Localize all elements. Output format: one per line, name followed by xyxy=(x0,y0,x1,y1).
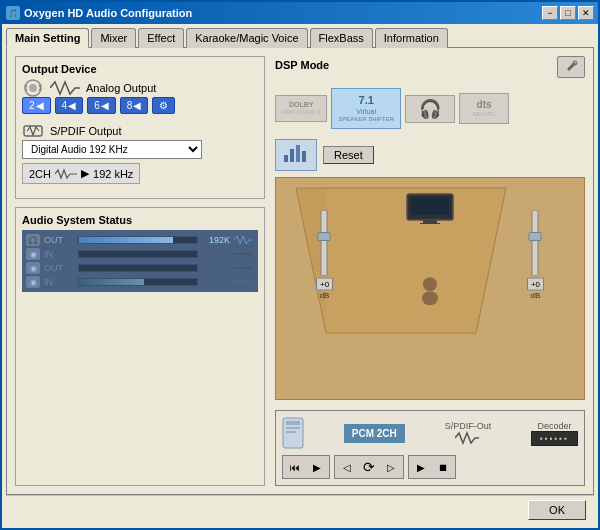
spdif-output-label: S/PDIF Output xyxy=(50,125,122,137)
status-icon-4: ◉ xyxy=(26,276,40,288)
status-bar-2 xyxy=(78,250,198,258)
svg-rect-21 xyxy=(532,211,538,276)
dsp-headphone-button[interactable]: 🎧 xyxy=(405,95,455,123)
status-row-1: 🎧 OUT 192K xyxy=(26,234,254,246)
spdif-freq-value: 192 kHz xyxy=(93,168,133,180)
spdif-out-section: S/PDIF-Out xyxy=(445,421,492,445)
reset-button[interactable]: Reset xyxy=(323,146,374,164)
svg-rect-19 xyxy=(321,211,327,276)
status-grid: 🎧 OUT 192K xyxy=(22,230,258,292)
dsp-mode-buttons: DOLBY PRO LOGIC II 7.1 Virtual SPEAKER S… xyxy=(275,88,585,129)
status-bar-4 xyxy=(78,278,198,286)
status-wave-4 xyxy=(234,276,254,288)
spdif-header: S/PDIF Output xyxy=(22,122,258,140)
close-button[interactable]: ✕ xyxy=(578,6,594,20)
right-db-label: dB xyxy=(527,291,544,300)
dsp-dolby-button[interactable]: DOLBY PRO LOGIC II xyxy=(275,95,327,122)
spdif-format: 2CH xyxy=(29,168,51,180)
monitor-icon xyxy=(405,192,455,224)
tab-information[interactable]: Information xyxy=(375,28,448,48)
svg-rect-7 xyxy=(290,149,294,162)
status-icon-3: ◉ xyxy=(26,262,40,274)
svg-rect-15 xyxy=(423,220,437,223)
wave-icon xyxy=(50,79,80,97)
monitor-display xyxy=(405,192,455,226)
status-bar-3 xyxy=(78,264,198,272)
content-area: Main Setting Mixer Effect Karaoke/Magic … xyxy=(2,24,598,528)
right-volume-slider[interactable]: +0 dB xyxy=(527,211,544,300)
status-bar-fill-4 xyxy=(79,279,144,285)
transport-controls: ⏮ ▶ ◁ ⟳ ▷ ▶ ⏹ xyxy=(282,455,578,479)
dsp-dts-button[interactable]: dts NEO:PC xyxy=(459,93,509,124)
equalizer-button[interactable] xyxy=(275,139,317,171)
left-db-label: dB xyxy=(316,291,333,300)
output-device-label: Output Device xyxy=(22,63,258,75)
status-label-3: OUT xyxy=(44,263,74,273)
tab-mixer[interactable]: Mixer xyxy=(91,28,136,48)
analog-output-section: Analog Output 2 ◀ 4 ◀ 6 ◀ xyxy=(22,79,258,114)
analog-header: Analog Output xyxy=(22,79,258,97)
tab-flexbass[interactable]: FlexBass xyxy=(310,28,373,48)
svg-point-1 xyxy=(29,84,37,92)
channel-buttons: 2 ◀ 4 ◀ 6 ◀ 8 ◀ ⚙ xyxy=(22,97,258,114)
pcm-icon xyxy=(282,417,304,449)
svg-rect-16 xyxy=(420,223,440,224)
footer: OK xyxy=(6,495,594,524)
channel-2-button[interactable]: 2 ◀ xyxy=(22,97,51,114)
speaker-diagram: +0 dB +0 dB xyxy=(275,177,585,400)
status-row-3: ◉ OUT xyxy=(26,262,254,274)
play-button[interactable]: ▶ xyxy=(307,458,327,476)
spdif-frequency-select[interactable]: Digital Audio 192 KHz Digital Audio 96 K… xyxy=(22,140,202,159)
svg-point-17 xyxy=(423,277,437,291)
status-icon-2: ◉ xyxy=(26,248,40,260)
stop-button[interactable]: ⏹ xyxy=(433,458,453,476)
play2-button[interactable]: ▶ xyxy=(411,458,431,476)
tab-effect[interactable]: Effect xyxy=(138,28,184,48)
channel-4-button[interactable]: 4 ◀ xyxy=(55,97,84,114)
listener-icon xyxy=(415,276,445,308)
pcm-label: PCM 2CH xyxy=(344,424,405,443)
decoder-section: Decoder ▪▪▪▪▪▪ xyxy=(531,421,578,446)
dsp-settings-button[interactable] xyxy=(557,56,585,78)
analog-settings-button[interactable]: ⚙ xyxy=(152,97,175,114)
arrow-right-button[interactable]: ⟳ xyxy=(359,458,379,476)
eq-controls: Reset xyxy=(275,139,585,171)
right-vol-label: +0 xyxy=(527,278,544,291)
audio-status-section: Audio System Status 🎧 OUT 192K xyxy=(15,207,265,486)
spdif-freq-display: 2CH ▶ 192 kHz xyxy=(22,163,140,184)
eq-bars-icon xyxy=(282,143,310,163)
tab-main-setting[interactable]: Main Setting xyxy=(6,28,89,48)
right-panel: DSP Mode DOLBY PRO LOGIC II xyxy=(275,56,585,486)
wrench-icon xyxy=(564,60,578,74)
svg-rect-8 xyxy=(296,145,300,162)
prev-button[interactable]: ◁ xyxy=(337,458,357,476)
left-volume-slider[interactable]: +0 dB xyxy=(316,211,333,300)
next-button[interactable]: ▷ xyxy=(381,458,401,476)
decoder-label: Decoder xyxy=(537,421,571,431)
svg-rect-25 xyxy=(286,427,300,429)
svg-rect-14 xyxy=(411,197,449,215)
ok-button[interactable]: OK xyxy=(528,500,586,520)
status-label-4: IN xyxy=(44,277,74,287)
channel-6-button[interactable]: 6 ◀ xyxy=(87,97,116,114)
minimize-button[interactable]: − xyxy=(542,6,558,20)
status-label-1: OUT xyxy=(44,235,74,245)
status-val-1: 192K xyxy=(202,235,230,245)
maximize-button[interactable]: □ xyxy=(560,6,576,20)
speaker-icon xyxy=(22,79,44,97)
tab-karaoke[interactable]: Karaoke/Magic Voice xyxy=(186,28,307,48)
status-row-2: ◉ IN xyxy=(26,248,254,260)
rewind-button[interactable]: ⏮ xyxy=(285,458,305,476)
spdif-out-label: S/PDIF-Out xyxy=(445,421,492,431)
audio-status-label: Audio System Status xyxy=(22,214,258,226)
spdif-wave-bottom xyxy=(455,431,480,445)
tab-content-main: Output Device xyxy=(6,47,594,495)
svg-rect-9 xyxy=(302,151,306,162)
dsp-7-1-button[interactable]: 7.1 Virtual SPEAKER SHIFTER xyxy=(331,88,401,129)
channel-8-button[interactable]: 8 ◀ xyxy=(120,97,149,114)
status-bar-1 xyxy=(78,236,198,244)
status-wave-1 xyxy=(234,234,254,246)
output-device-section: Output Device xyxy=(15,56,265,199)
status-wave-3 xyxy=(234,262,254,274)
window-controls: − □ ✕ xyxy=(542,6,594,20)
